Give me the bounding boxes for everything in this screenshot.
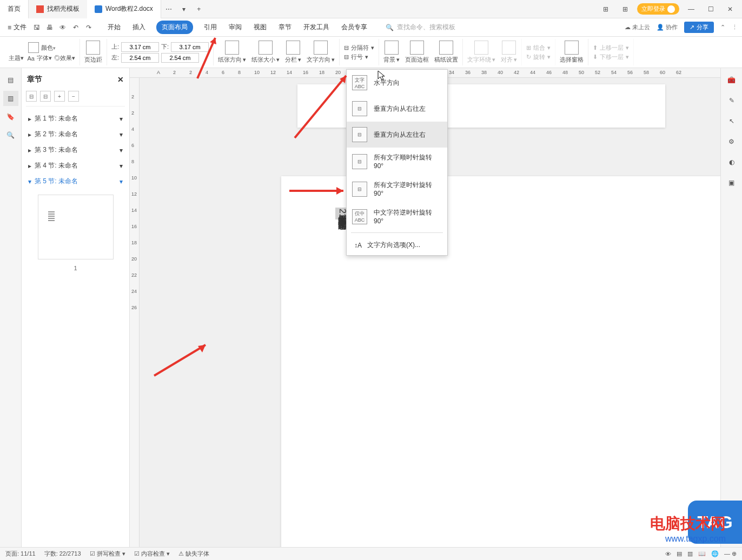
qtool-redo-icon[interactable]: ↷: [83, 22, 95, 34]
td-horizontal[interactable]: 文字ABC水平方向: [347, 70, 447, 96]
breaks-button[interactable]: ⊟ 分隔符▾: [344, 44, 374, 52]
select-pane-button[interactable]: 选择窗格: [560, 41, 584, 64]
rrail-present-icon[interactable]: ▣: [724, 175, 739, 190]
td-rotate-ccw[interactable]: ⊟所有文字逆时针旋转90°: [347, 175, 447, 203]
columns-button[interactable]: 分栏▾: [285, 41, 301, 64]
docshell-icon: [36, 5, 44, 13]
margin-right-input[interactable]: [161, 53, 199, 63]
status-spell[interactable]: ☑ 拼写检查 ▾: [90, 550, 125, 558]
status-view4-icon[interactable]: 🌐: [711, 550, 719, 557]
tab-home[interactable]: 首页: [0, 0, 29, 18]
vertical-ruler: 22468101214161820222426: [130, 78, 140, 547]
rail-outline-icon[interactable]: ▤: [3, 72, 18, 88]
file-menu[interactable]: ≡ 文件: [4, 23, 30, 32]
layout-icon[interactable]: ⊞: [598, 3, 613, 16]
status-page[interactable]: 页面: 11/11: [5, 550, 36, 558]
td-opt-icon: ↕A: [354, 242, 362, 249]
apps-icon[interactable]: ⊞: [618, 3, 633, 16]
td-vertical-lr[interactable]: ⊟垂直方向从左往右: [347, 122, 447, 148]
login-button[interactable]: 立即登录: [637, 3, 679, 15]
rrail-settings-icon[interactable]: ⚙: [724, 134, 739, 149]
menu-view[interactable]: 视图: [253, 21, 268, 34]
tab-docshell[interactable]: 找稻壳模板: [29, 0, 87, 18]
text-direction-button[interactable]: 文字方向▾: [307, 41, 335, 64]
maximize-button[interactable]: ☐: [703, 3, 718, 16]
status-view2-icon[interactable]: ▥: [687, 550, 693, 557]
command-search[interactable]: 🔍 查找命令、搜索模板: [386, 23, 455, 32]
new-tab-button[interactable]: +: [191, 3, 207, 16]
sidebar-close-icon[interactable]: ✕: [117, 75, 124, 84]
section-item-1[interactable]: ▸ 第 1 节: 未命名▾: [26, 111, 125, 126]
svg-line-6: [154, 345, 206, 376]
align-icon: [502, 41, 516, 55]
status-view3-icon[interactable]: 📖: [698, 550, 706, 557]
status-content[interactable]: ☑ 内容检查 ▾: [134, 550, 170, 558]
margin-button[interactable]: 页边距: [84, 41, 102, 64]
menu-review[interactable]: 审阅: [228, 21, 243, 34]
section-item-4[interactable]: ▸ 第 4 节: 未命名▾: [26, 158, 125, 174]
cloud-status[interactable]: ☁ 未上云: [625, 23, 650, 31]
tool-remove-icon[interactable]: −: [68, 91, 79, 102]
background-button[interactable]: 背景▾: [383, 41, 400, 64]
text-direction-menu: 文字ABC水平方向 ⊟垂直方向从右往左 ⊟垂直方向从左往右 ⊟所有文字顺时针旋转…: [346, 69, 448, 256]
line-number-button[interactable]: ⊟ 行号▾: [344, 53, 368, 61]
status-view1-icon[interactable]: ▤: [677, 550, 682, 557]
page-thumbnail[interactable]: [38, 195, 114, 259]
status-words[interactable]: 字数: 22/2713: [44, 550, 81, 558]
paper-size-button[interactable]: 纸张大小▾: [251, 41, 280, 64]
tab-overflow-icon[interactable]: ⋯: [161, 3, 176, 16]
collapse-ribbon-icon[interactable]: ⌃: [720, 24, 725, 31]
tool-add-icon[interactable]: +: [54, 91, 65, 102]
more-icon[interactable]: ⋮: [732, 24, 738, 31]
rail-sections-icon[interactable]: ▥: [3, 91, 18, 106]
rrail-toolbox-icon[interactable]: 🧰: [724, 72, 739, 88]
down-layer-button: ⬇ 下移一层▾: [593, 53, 629, 61]
qtool-save-icon[interactable]: 🖫: [31, 22, 43, 34]
word-doc-icon: [95, 5, 102, 13]
menu-member[interactable]: 会员专享: [340, 21, 368, 34]
status-eye-icon[interactable]: 👁: [665, 551, 671, 557]
menu-section[interactable]: 章节: [277, 21, 293, 34]
menu-pagelayout[interactable]: 页面布局: [156, 21, 193, 34]
rail-search-icon[interactable]: 🔍: [3, 128, 18, 143]
margin-top-input[interactable]: [121, 42, 159, 52]
rail-bookmark-icon[interactable]: 🔖: [3, 109, 18, 124]
td-cn-rotate[interactable]: 仅中ABC中文字符逆时针旋转90°: [347, 203, 447, 230]
coop-button[interactable]: 👤 协作: [657, 23, 678, 31]
status-missing-font[interactable]: ⚠ 缺失字体: [178, 550, 209, 558]
page-border-button[interactable]: 页面边框: [405, 41, 429, 64]
menu-start[interactable]: 开始: [107, 21, 122, 34]
align-button: 对齐▾: [501, 41, 517, 64]
td-cn-icon: 仅中ABC: [352, 209, 367, 224]
menu-devtools[interactable]: 开发工具: [302, 21, 330, 34]
section-item-3[interactable]: ▸ 第 3 节: 未命名▾: [26, 142, 125, 158]
theme-dropdown[interactable]: 主题▾: [9, 54, 24, 62]
tab-dropdown-icon[interactable]: ▾: [176, 3, 191, 16]
section-item-5[interactable]: ▾ 第 5 节: 未命名▾: [26, 174, 125, 189]
color-dropdown[interactable]: 颜色▾: [41, 44, 56, 52]
section-item-2[interactable]: ▸ 第 2 节: 未命名▾: [26, 126, 125, 142]
qtool-preview-icon[interactable]: 👁: [57, 22, 69, 34]
td-vertical-rl[interactable]: ⊟垂直方向从右往左: [347, 96, 447, 122]
rrail-shape-icon[interactable]: ◐: [724, 155, 739, 170]
tool-expand-icon[interactable]: ⊟: [26, 91, 37, 102]
mouse-cursor: [377, 70, 386, 83]
rrail-pen-icon[interactable]: ✎: [724, 93, 739, 108]
rrail-pointer-icon[interactable]: ↖: [724, 114, 739, 129]
minimize-button[interactable]: ―: [684, 3, 699, 16]
effect-dropdown[interactable]: ◎效果▾: [54, 54, 75, 62]
close-button[interactable]: ✕: [723, 3, 738, 16]
tab-active-doc[interactable]: Word教程2.docx: [87, 0, 161, 18]
font-dropdown[interactable]: 字体▾: [37, 54, 52, 62]
paper-setting-button[interactable]: 稿纸设置: [434, 41, 458, 64]
menu-insert[interactable]: 插入: [131, 21, 147, 34]
share-button[interactable]: ↗ 分享: [684, 22, 714, 33]
qtool-undo-icon[interactable]: ↶: [70, 22, 82, 34]
tool-collapse-icon[interactable]: ⊟: [40, 91, 51, 102]
td-options[interactable]: ↕A文字方向选项(X)...: [347, 235, 447, 255]
margin-left-input[interactable]: [121, 53, 159, 63]
status-zoom[interactable]: ― ⊕: [724, 550, 737, 557]
paper-direction-button[interactable]: 纸张方向▾: [218, 41, 246, 64]
td-rotate-cw[interactable]: ⊟所有文字顺时针旋转90°: [347, 148, 447, 175]
qtool-print-icon[interactable]: 🖶: [44, 22, 56, 34]
